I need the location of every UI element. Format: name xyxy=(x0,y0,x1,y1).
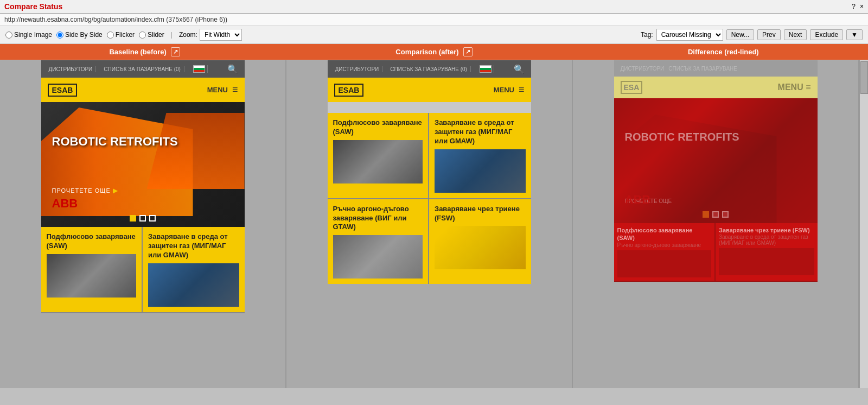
comparison-nav: ДИСТРИБУТОРИ СПИСЪК ЗА ПАЗАРУВАНЕ (0) 🔍 xyxy=(328,60,531,78)
diff-card-grid: Подфлюсово заваряване (SAW) Ръчно аргоно… xyxy=(614,223,818,282)
comparison-ext-icon[interactable]: ↗ xyxy=(463,47,473,56)
diff-card-saw-title: Подфлюсово заваряване (SAW) xyxy=(617,226,712,242)
title-bar: Compare Status ? × xyxy=(0,0,868,14)
diff-dot-1 xyxy=(703,211,709,218)
diff-nav: ДИСТРИБУТОРИ СПИСЪК ЗА ПАЗАРУВАНЕ xyxy=(614,60,818,77)
comparison-label: Comparison (after) xyxy=(395,48,458,56)
baseline-menu: MENU ≡ xyxy=(207,84,238,96)
baseline-card-grid: Подфлюсово заваряване (SAW) Заваряване в… xyxy=(41,227,245,313)
comparison-wishlist: СПИСЪК ЗА ПАЗАРУВАНЕ (0) xyxy=(387,66,471,72)
comparison-menu-label: MENU xyxy=(494,86,514,94)
baseline-carousel-subtitle: ПРОЧЕТЕТЕ ОЩЕ ▶ xyxy=(52,187,118,194)
baseline-menu-label: MENU xyxy=(207,86,228,94)
url-text: http://newauth.esabna.com/bg/bg/automati… xyxy=(4,16,227,23)
baseline-carousel-dots xyxy=(130,215,156,222)
diff-menu: MENU ≡ xyxy=(778,83,811,92)
baseline-hamburger-icon[interactable]: ≡ xyxy=(232,84,238,96)
comparison-card-tig-title: Ръчно аргоно-дъгово заваряване (ВИГ или … xyxy=(333,205,423,232)
baseline-dot-2[interactable] xyxy=(139,215,146,222)
diff-card-gmaw: Заваряване чрез триене (FSW) Заваряване … xyxy=(716,223,818,282)
single-image-input[interactable] xyxy=(5,31,12,39)
tag-label: Tag: xyxy=(641,31,653,39)
baseline-card-saw-img xyxy=(47,254,137,298)
diff-card-gmaw-alt: Заваряване в среда от защитен газ (МИГ/М… xyxy=(719,234,814,246)
new-button[interactable]: New... xyxy=(726,29,754,40)
baseline-dot-1[interactable] xyxy=(130,215,136,222)
separator: | xyxy=(171,31,173,39)
baseline-nav: ДИСТРИБУТОРИ СПИСЪК ЗА ПАЗАРУВАНЕ (0) 🔍 xyxy=(41,60,245,78)
view-mode-group: Single Image Side By Side Flicker Slider xyxy=(5,31,164,39)
difference-carousel: ROBOTIC RETROFITS ПРОЧЕТЕТЕ ОЩЕ ABB xyxy=(614,98,818,223)
comparison-card-saw[interactable]: Подфлюсово заваряване (SAW) xyxy=(328,113,430,199)
comparison-card-gmaw-img xyxy=(435,149,526,193)
comparison-menu: MENU ≡ xyxy=(494,84,525,96)
diff-dot-2 xyxy=(712,211,719,218)
baseline-subtitle-text: ПРОЧЕТЕТЕ ОЩЕ xyxy=(52,187,111,194)
baseline-dot-3[interactable] xyxy=(149,215,156,222)
toolbar-right: Tag: Carousel Missing New... Prev Next E… xyxy=(641,29,863,41)
slider-radio[interactable]: Slider xyxy=(139,31,164,39)
diff-distributors: ДИСТРИБУТОРИ xyxy=(618,66,667,72)
main-content: ДИСТРИБУТОРИ СПИСЪК ЗА ПАЗАРУВАНЕ (0) 🔍 … xyxy=(0,60,868,388)
diff-card-saw-img xyxy=(617,250,712,277)
baseline-search-icon[interactable]: 🔍 xyxy=(225,64,240,74)
baseline-abb-logo: ABB xyxy=(52,197,78,211)
baseline-distributors: ДИСТРИБУТОРИ xyxy=(46,66,97,72)
side-by-side-label: Side By Side xyxy=(65,31,103,39)
single-image-label: Single Image xyxy=(14,31,52,39)
slider-input[interactable] xyxy=(139,31,146,39)
flicker-label: Flicker xyxy=(116,31,135,39)
baseline-play-icon: ▶ xyxy=(113,187,118,194)
baseline-wishlist: СПИСЪК ЗА ПАЗАРУВАНЕ (0) xyxy=(100,66,184,72)
baseline-carousel: ROBOTIC RETROFITS ПРОЧЕТЕТЕ ОЩЕ ▶ ABB xyxy=(41,102,245,227)
baseline-card-gmaw-title: Заваряване в среда от защитен газ (МИГ/М… xyxy=(148,232,239,260)
flicker-radio[interactable]: Flicker xyxy=(107,31,135,39)
comparison-header: Comparison (after) ↗ xyxy=(289,44,578,60)
baseline-card-gmaw[interactable]: Заваряване в среда от защитен газ (МИГ/М… xyxy=(143,227,245,313)
baseline-carousel-title: ROBOTIC RETROFITS xyxy=(52,135,178,149)
single-image-radio[interactable]: Single Image xyxy=(5,31,52,39)
next-button[interactable]: Next xyxy=(784,29,807,40)
close-button[interactable]: × xyxy=(860,3,864,10)
prev-button[interactable]: Prev xyxy=(757,29,781,40)
scrollbar[interactable] xyxy=(859,60,868,388)
baseline-card-saw[interactable]: Подфлюсово заваряване (SAW) xyxy=(41,227,143,313)
comparison-search-icon[interactable]: 🔍 xyxy=(512,64,527,74)
diff-wishlist: СПИСЪК ЗА ПАЗАРУВАНЕ xyxy=(666,66,739,72)
comparison-card-fsw-img xyxy=(435,226,526,269)
tag-select[interactable]: Carousel Missing xyxy=(656,29,723,41)
toolbar: Single Image Side By Side Flicker Slider… xyxy=(0,26,868,44)
comparison-card-tig[interactable]: Ръчно аргоно-дъгово заваряване (ВИГ или … xyxy=(328,199,430,284)
comparison-card-gmaw-title: Заваряване в среда от защитен газ (МИГ/М… xyxy=(435,118,526,146)
comparison-card-saw-title: Подфлюсово заваряване (SAW) xyxy=(333,118,423,137)
baseline-card-saw-title: Подфлюсово заваряване (SAW) xyxy=(47,232,137,251)
diff-header: ESA MENU ≡ xyxy=(614,77,818,98)
comparison-hamburger-icon[interactable]: ≡ xyxy=(519,84,525,96)
difference-site: ДИСТРИБУТОРИ СПИСЪК ЗА ПАЗАРУВАНЕ ESA ME… xyxy=(614,60,818,282)
zoom-label: Zoom: xyxy=(179,31,197,39)
diff-card-saw: Подфлюсово заваряване (SAW) Ръчно аргоно… xyxy=(614,223,716,282)
exclude-button[interactable]: Exclude xyxy=(810,29,843,40)
difference-header: Difference (red-lined) xyxy=(579,44,868,60)
comparison-panel: ДИСТРИБУТОРИ СПИСЪК ЗА ПАЗАРУВАНЕ (0) 🔍 … xyxy=(286,60,573,388)
diff-carousel-title: ROBOTIC RETROFITS xyxy=(625,131,739,143)
dropdown-button[interactable]: ▼ xyxy=(846,29,863,40)
baseline-card-gmaw-img xyxy=(148,263,239,307)
flicker-input[interactable] xyxy=(107,31,114,39)
comparison-spacer xyxy=(328,102,531,113)
difference-label: Difference (red-lined) xyxy=(688,48,759,56)
baseline-ext-icon[interactable]: ↗ xyxy=(171,47,180,56)
help-button[interactable]: ? xyxy=(852,3,856,10)
comparison-esab-logo: ESAB xyxy=(334,84,364,97)
baseline-label: Baseline (before) xyxy=(109,48,166,56)
app-title: Compare Status xyxy=(4,2,62,11)
comparison-card-gmaw[interactable]: Заваряване в среда от защитен газ (МИГ/М… xyxy=(429,113,531,199)
comparison-card-fsw[interactable]: Заваряване чрез триене (FSW) xyxy=(429,199,531,284)
baseline-panel: ДИСТРИБУТОРИ СПИСЪК ЗА ПАЗАРУВАНЕ (0) 🔍 … xyxy=(0,60,286,388)
side-by-side-input[interactable] xyxy=(56,31,63,39)
difference-panel: ДИСТРИБУТОРИ СПИСЪК ЗА ПАЗАРУВАНЕ ESA ME… xyxy=(573,60,859,388)
side-by-side-radio[interactable]: Side By Side xyxy=(56,31,103,39)
zoom-select[interactable]: Fit Width xyxy=(200,29,242,41)
scrollbar-thumb[interactable] xyxy=(860,61,868,94)
url-bar: http://newauth.esabna.com/bg/bg/automati… xyxy=(0,14,868,26)
